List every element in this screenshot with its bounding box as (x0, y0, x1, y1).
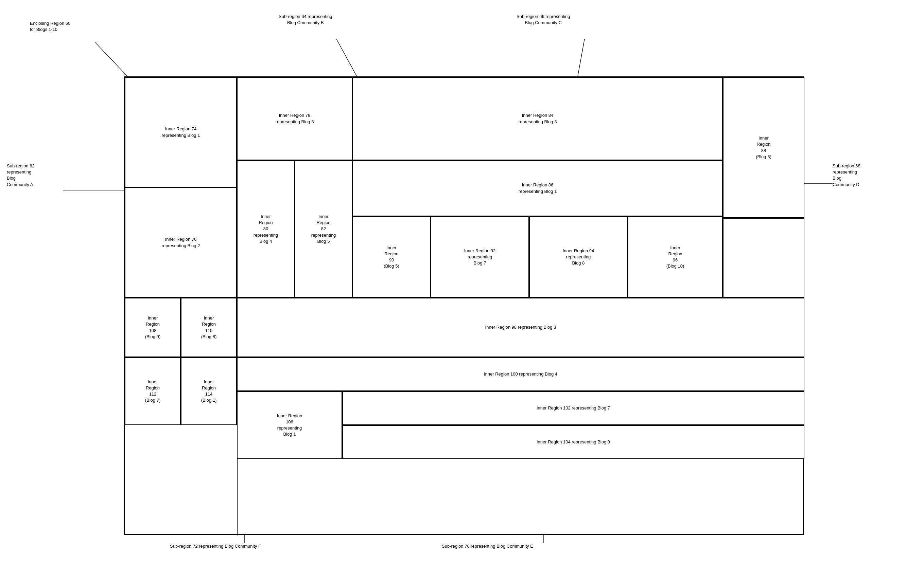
region-74: Inner Region 74representing Blog 1 (125, 77, 237, 188)
svg-line-0 (95, 43, 129, 78)
region-94: Inner Region 94representingBlog 8 (529, 216, 628, 298)
region-108: InnerRegion108(Blog 9) (125, 298, 181, 357)
region-82: InnerRegion82representingBlog 5 (295, 160, 352, 298)
region-92: Inner Region 92representingBlog 7 (431, 216, 529, 298)
annotation-sub72: Sub-region 72 representing Blog Communit… (170, 543, 261, 549)
region-96: InnerRegion96(Blog 10) (628, 216, 723, 298)
region-84: Inner Region 84representing Blog 3 (352, 77, 723, 160)
main-enclosing-box: Inner Region 74representing Blog 1 Inner… (124, 76, 804, 535)
region-88: InnerRegion88(Blog 6) (723, 77, 804, 218)
region-86: Inner Region 86representing Blog 1 (352, 160, 723, 216)
annotation-sub70: Sub-region 70 representing Blog Communit… (442, 543, 533, 549)
divider-top-bottom (125, 298, 804, 298)
region-76: Inner Region 76representing Blog 2 (125, 188, 237, 298)
annotation-sub64: Sub-region 64 representingBlog Community… (279, 13, 332, 26)
region-114: InnerRegion114(Blog 1) (181, 357, 237, 425)
region-112: InnerRegion112(Blog 7) (125, 357, 181, 425)
region-110: InnerRegion110(Blog 8) (181, 298, 237, 357)
annotation-enclosing-region: Enclosing Region 60for Blogs 1-10 (30, 20, 70, 33)
region-104: Inner Region 104 representing Blog 8 (342, 425, 804, 459)
region-102: Inner Region 102 representing Blog 7 (342, 391, 804, 425)
region-106: Inner Region106representingBlog 1 (237, 391, 342, 459)
region-90: InnerRegion90(Blog 5) (352, 216, 431, 298)
svg-line-1 (337, 39, 357, 76)
divider-bottom-left (237, 298, 238, 535)
svg-line-2 (578, 39, 584, 76)
annotation-sub68: Sub-region 68representingBlogCommunity D (833, 163, 860, 188)
region-98: Inner Region 98 representing Blog 3 (237, 298, 804, 357)
region-88-bottom (723, 218, 804, 298)
annotation-sub66: Sub-region 66 representingBlog Community… (516, 13, 570, 26)
region-100: Inner Region 100 representing Blog 4 (237, 357, 804, 391)
annotation-sub62: Sub-region 62representingBlogCommunity A (7, 163, 35, 188)
region-78: Inner Region 78representing Blog 3 (237, 77, 352, 160)
region-80: InnerRegion80representingBlog 4 (237, 160, 295, 298)
